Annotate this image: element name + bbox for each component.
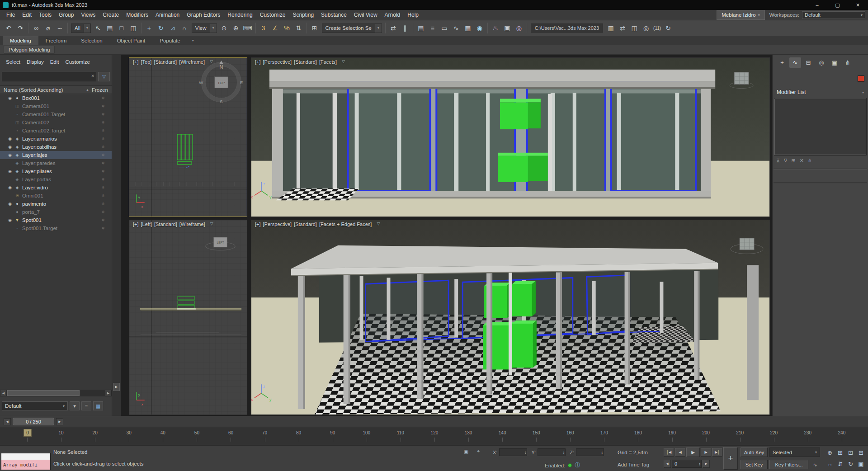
explorer-menu-edit[interactable]: Edit: [47, 58, 62, 66]
absolute-mode-icon[interactable]: ⌖: [474, 448, 482, 454]
frozen-icon[interactable]: ❄: [94, 177, 112, 182]
viewport-menu-standard[interactable]: [Standard]: [294, 59, 317, 65]
frozen-icon[interactable]: ❄: [94, 112, 112, 117]
scene-item-box001[interactable]: ◉●Box001❄: [0, 94, 112, 102]
menu-rendering[interactable]: Rendering: [224, 10, 256, 19]
menu-help[interactable]: Help: [404, 10, 422, 19]
viewport-menu-standard[interactable]: [Standard]: [154, 59, 177, 65]
angle-snap-icon[interactable]: ∠: [269, 22, 281, 34]
menu-civil-view[interactable]: Civil View: [350, 10, 381, 19]
render-history-icon[interactable]: ↻: [662, 22, 674, 34]
scene-item-layer-pilares[interactable]: ◉◈Layer:pilares❄: [0, 167, 112, 175]
select-and-move-icon[interactable]: +: [143, 22, 155, 34]
zoom-all-icon[interactable]: ⊞: [835, 447, 845, 458]
frozen-icon[interactable]: ❄: [94, 145, 112, 149]
ribbon-tab-populate[interactable]: Populate: [152, 36, 187, 45]
spinner-arrows-icon[interactable]: ▴▾: [563, 451, 566, 454]
modifier-list-dropdown[interactable]: Modifier List ▾: [774, 88, 866, 97]
select-and-manipulate-icon[interactable]: ⊕: [230, 22, 242, 34]
viewport-filter-icon[interactable]: ▽: [210, 221, 213, 227]
scene-item-layer-paredes[interactable]: ◈Layer:paredes❄: [0, 159, 112, 167]
menu-arnold[interactable]: Arnold: [381, 10, 404, 19]
zoom-extents-all-icon[interactable]: ⊟: [856, 447, 866, 458]
viewport-menu-view[interactable]: [Perspective]: [263, 221, 292, 227]
display-tab[interactable]: ▣: [829, 57, 840, 68]
coord-field-x[interactable]: ▴▾: [499, 448, 527, 456]
time-slider-previous-button[interactable]: ◀: [4, 418, 11, 425]
material-editor-icon[interactable]: ◉: [474, 22, 486, 34]
ribbon-tab-object-paint[interactable]: Object Paint: [110, 36, 153, 45]
layer-flyout-icon[interactable]: ▾: [70, 401, 80, 410]
orbit-icon[interactable]: ↻: [845, 458, 856, 470]
maxscript-mini-listener[interactable]: Array modifi: [1, 453, 51, 470]
remove-modifier-icon[interactable]: ✕: [800, 158, 804, 164]
pan-view-icon[interactable]: ↔: [825, 458, 835, 470]
open-in-explorer-icon[interactable]: ▥: [605, 22, 617, 34]
viewport-menu-view[interactable]: [Left]: [141, 221, 152, 227]
scroll-left-icon[interactable]: ◀: [0, 390, 7, 396]
viewport-menu-plus[interactable]: [+]: [255, 59, 261, 65]
rendered-frame-window-icon[interactable]: ▣: [501, 22, 513, 34]
viewport-menu-shading[interactable]: [Facets + Edged Faces]: [319, 221, 372, 227]
frame-number-field[interactable]: 0 ▴▾: [672, 460, 702, 468]
create-tab[interactable]: +: [776, 57, 788, 68]
visibility-eye-icon[interactable]: ◉: [6, 145, 14, 149]
menu-tools[interactable]: Tools: [35, 10, 55, 19]
toggle-scene-explorer-icon[interactable]: ▤: [415, 22, 427, 34]
viewport-menu-shading[interactable]: [Wireframe]: [179, 59, 205, 65]
menu-graph-editors[interactable]: Graph Editors: [183, 10, 224, 19]
viewport-menu-standard[interactable]: [Standard]: [154, 221, 177, 227]
select-and-place-icon[interactable]: ⌂: [179, 22, 190, 34]
pin-stack-icon[interactable]: ⊼: [776, 158, 780, 164]
visibility-eye-icon[interactable]: ◉: [6, 153, 14, 157]
panel-flyout-button[interactable]: ▶: [113, 383, 120, 391]
snaps-toggle-icon[interactable]: 3: [258, 22, 269, 34]
maximize-button[interactable]: ▢: [827, 0, 848, 10]
scene-item-camera001[interactable]: ◫Camera001❄: [0, 102, 112, 110]
viewport-filter-icon[interactable]: ▽: [342, 59, 345, 65]
viewport-menu-shading[interactable]: [Wireframe]: [179, 221, 205, 227]
create-key-button[interactable]: +: [723, 447, 738, 470]
minimize-button[interactable]: –: [807, 0, 827, 10]
schematic-view-icon[interactable]: ▦: [462, 22, 474, 34]
edit-named-selection-sets-icon[interactable]: ⊞: [309, 22, 321, 34]
viewport-left[interactable]: LEFT y x [+] [Left] [Standard] [Wirefram…: [129, 220, 247, 415]
coord-field-z[interactable]: ▴▾: [576, 448, 604, 456]
explorer-menu-customize[interactable]: Customize: [62, 58, 93, 66]
auto-key-button[interactable]: Auto Key: [741, 447, 768, 457]
clear-search-icon[interactable]: ✕: [91, 74, 94, 78]
visibility-eye-icon[interactable]: ◉: [6, 185, 14, 190]
frozen-icon[interactable]: ❄: [94, 137, 112, 141]
coord-field-y[interactable]: ▴▾: [538, 448, 566, 456]
frame-back-icon[interactable]: ◀: [664, 460, 671, 468]
listener-script-pane[interactable]: [1, 453, 50, 460]
use-pivot-point-icon[interactable]: ⊙: [218, 22, 230, 34]
ribbon-tab-freeform[interactable]: Freeform: [38, 36, 74, 45]
explorer-horizontal-scrollbar[interactable]: ◀ ▶: [0, 390, 112, 396]
render-production-icon[interactable]: ◎: [513, 22, 525, 34]
menu-edit[interactable]: Edit: [19, 10, 35, 19]
maximize-viewport-icon[interactable]: ▣: [856, 458, 866, 470]
time-slider-next-button[interactable]: ▶: [56, 418, 63, 425]
object-color-swatch[interactable]: [858, 75, 864, 82]
viewport-perspective-edged-faces[interactable]: z x y [+] [Perspective] [Standard] [Face…: [251, 220, 770, 415]
scene-item-pavimento[interactable]: ◉●pavimento❄: [0, 200, 112, 208]
frozen-icon[interactable]: ❄: [94, 169, 112, 174]
scene-item-spot001-target[interactable]: ◦Spot001.Target❄: [0, 224, 112, 232]
name-column-header[interactable]: Name (Sorted Ascending): [0, 87, 86, 93]
scrollbar-thumb[interactable]: [7, 390, 80, 396]
mirror-icon[interactable]: ⇄: [387, 22, 399, 34]
make-unique-icon[interactable]: ⊞: [791, 158, 795, 164]
motion-tab[interactable]: ◎: [816, 57, 827, 68]
key-filters-button[interactable]: Key Filters...: [769, 460, 808, 469]
go-to-end-button[interactable]: ▶│: [712, 448, 722, 457]
viewport-top[interactable]: TOP N W E S y x [+] [Top] [Standard] [Wi…: [129, 57, 247, 217]
ribbon-tab-modeling[interactable]: Modeling: [3, 36, 38, 45]
frozen-icon[interactable]: ❄: [94, 202, 112, 206]
select-and-rotate-icon[interactable]: ↻: [155, 22, 167, 34]
project-folder-field[interactable]: C:\Users\Vac...3ds Max 2023: [531, 24, 603, 33]
spinner-arrows-icon[interactable]: ▴▾: [525, 451, 527, 454]
ribbon-config-icon[interactable]: ▾: [188, 36, 198, 45]
explorer-menu-display[interactable]: Display: [24, 58, 47, 66]
viewport-menu-standard[interactable]: [Standard]: [294, 221, 317, 227]
